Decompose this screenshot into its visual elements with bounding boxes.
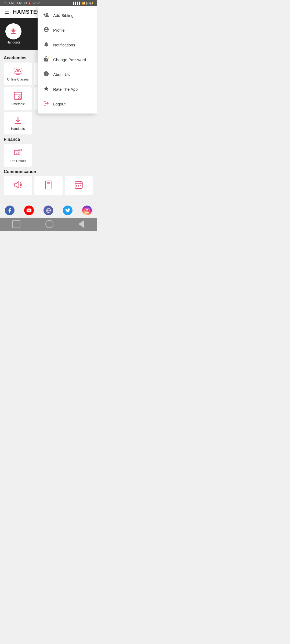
svg-rect-41: [85, 208, 89, 213]
menu-label-rate-app: Rate The App: [53, 87, 78, 92]
youtube-icon[interactable]: [24, 206, 34, 215]
card-online-classes[interactable]: Online Classes: [4, 63, 32, 85]
silent-icon: 🔇: [28, 1, 32, 5]
wifi-icon: 📶: [82, 2, 85, 5]
card-timetable[interactable]: Timetable: [4, 87, 32, 110]
twitter-icon[interactable]: [63, 206, 73, 215]
menu-item-add-sibling[interactable]: Add Sibling: [38, 8, 97, 23]
nav-bar: [0, 218, 97, 231]
svg-rect-9: [14, 92, 21, 100]
shield-icon-1: 🛡: [33, 1, 36, 5]
menu-label-profile: Profile: [53, 28, 65, 32]
handouts-hero-item[interactable]: Handouts: [5, 23, 21, 44]
svg-text:₹: ₹: [17, 152, 19, 155]
logout-icon: [43, 100, 49, 108]
menu-item-rate-app[interactable]: Rate The App: [38, 82, 97, 97]
communication-grid: [4, 176, 93, 195]
communication-section-title: Communication: [4, 169, 93, 174]
svg-text:🔑: 🔑: [47, 57, 49, 59]
svg-rect-37: [76, 186, 77, 187]
menu-label-about-us: About Us: [53, 72, 70, 77]
handouts-hero-label: Handouts: [6, 41, 20, 44]
finance-grid: ₹ ₹ Fee Details: [4, 144, 93, 167]
notifications-icon: [43, 41, 49, 49]
handouts-icon-circle[interactable]: [5, 23, 21, 39]
svg-text:₹: ₹: [19, 149, 21, 151]
signal-icon: ▌▌▌▌: [73, 2, 81, 5]
menu-item-profile[interactable]: Profile: [38, 23, 97, 38]
card-label-timetable: Timetable: [11, 102, 25, 106]
network-speed-value: 1.6KB/s: [17, 1, 27, 5]
card-label-fee-details: Fee Details: [10, 159, 26, 163]
network-speed: |: [15, 1, 16, 5]
time: 6:10 PM: [3, 1, 14, 5]
shield-icon-2: 🛡: [37, 1, 40, 5]
instagram-icon[interactable]: [82, 206, 92, 215]
website-icon[interactable]: [44, 206, 53, 215]
hamburger-icon[interactable]: ☰: [4, 9, 9, 15]
back-circle-button[interactable]: [45, 220, 53, 228]
menu-label-logout: Logout: [53, 102, 66, 106]
back-arrow-button[interactable]: [78, 220, 84, 228]
account-circle-icon: [43, 27, 49, 34]
card-label-online-classes: Online Classes: [7, 78, 29, 81]
svg-rect-2: [14, 68, 22, 73]
menu-label-notifications: Notifications: [53, 43, 75, 47]
dropdown-menu: Add Sibling Profile Notifications 🔑 Chan…: [38, 6, 97, 114]
svg-rect-36: [80, 185, 81, 186]
menu-item-change-password[interactable]: 🔑 Change Password: [38, 52, 97, 67]
facebook-icon[interactable]: [5, 206, 15, 215]
svg-rect-35: [78, 185, 79, 186]
card-handouts[interactable]: Handouts: [4, 112, 32, 134]
card-fee-details[interactable]: ₹ ₹ Fee Details: [4, 144, 32, 167]
battery-icon: [39]⚡: [86, 2, 94, 5]
svg-rect-34: [76, 185, 77, 186]
lock-icon: 🔑: [43, 56, 49, 63]
card-calendar[interactable]: [65, 176, 93, 195]
svg-rect-38: [78, 186, 79, 187]
person-add-icon: [43, 12, 49, 19]
status-bar-right: ▌▌▌▌ 📶 [39]⚡: [73, 2, 94, 5]
social-bar: [0, 203, 97, 218]
info-icon: [43, 71, 49, 78]
status-bar: 6:10 PM | 1.6KB/s 🔇 🛡 🛡 ▌▌▌▌ 📶 [39]⚡: [0, 0, 97, 6]
menu-item-notifications[interactable]: Notifications: [38, 38, 97, 52]
card-announcements[interactable]: [4, 176, 32, 195]
menu-label-change-password: Change Password: [53, 57, 86, 62]
menu-item-about-us[interactable]: About Us: [38, 67, 97, 82]
menu-label-add-sibling: Add Sibling: [53, 13, 74, 18]
academics-grid-3: Handouts: [4, 112, 93, 134]
finance-section-title: Finance: [4, 137, 93, 142]
card-label-handouts: Handouts: [11, 127, 25, 131]
menu-item-logout[interactable]: Logout: [38, 97, 97, 111]
home-button[interactable]: [12, 220, 20, 228]
status-bar-left: 6:10 PM | 1.6KB/s 🔇 🛡 🛡: [3, 1, 40, 5]
star-icon: [43, 86, 49, 93]
card-notebook[interactable]: [34, 176, 62, 195]
